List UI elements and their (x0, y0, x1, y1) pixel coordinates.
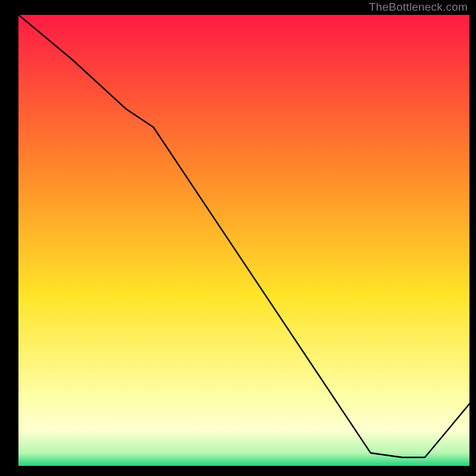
plot-background (18, 14, 470, 466)
plot-frame (18, 14, 470, 466)
chart-stage: TheBottleneck.com (0, 0, 476, 476)
watermark-text: TheBottleneck.com (369, 1, 468, 14)
plot-svg (18, 14, 470, 466)
